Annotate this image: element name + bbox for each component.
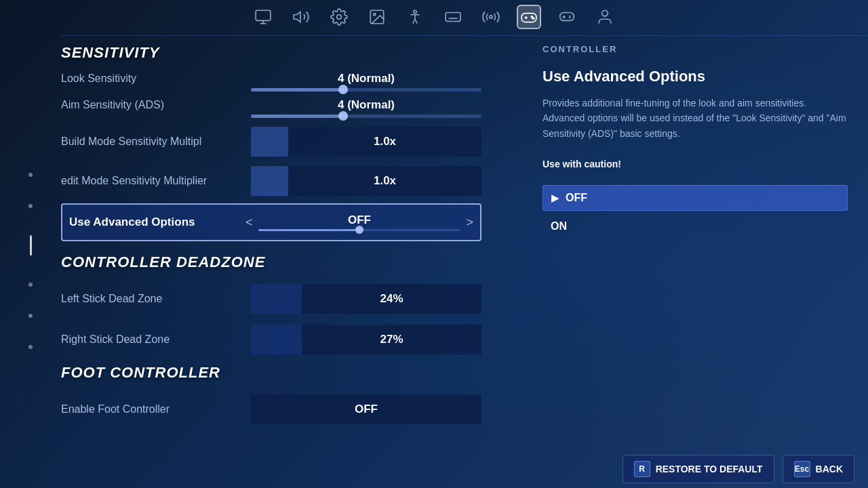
build-mode-value: 1.0x [288, 127, 481, 157]
nav-network[interactable] [479, 5, 503, 29]
option-off-arrow: ▶ [551, 192, 559, 203]
advanced-options-value-area: OFF [258, 214, 461, 231]
build-mode-label: Build Mode Sensitivity Multipl [61, 136, 251, 148]
nav-gamepad[interactable] [555, 5, 579, 29]
advanced-options-left-arrow[interactable]: < [245, 216, 253, 230]
svg-rect-0 [256, 10, 271, 20]
nav-account[interactable] [593, 5, 617, 29]
nav-audio[interactable] [289, 5, 313, 29]
svg-marker-3 [294, 12, 300, 22]
enable-foot-controller-value: OFF [251, 394, 481, 424]
look-sensitivity-value: 4 (Normal) [251, 72, 481, 85]
deadzone-header: CONTROLLER DEADZONE [61, 253, 481, 271]
main-content: SENSITIVITY Look Sensitivity 4 (Normal) … [61, 37, 481, 447]
foot-controller-header: FOOT CONTROLLER [61, 364, 481, 382]
right-panel-desc-text: Provides additional fine-tuning of the l… [542, 98, 846, 139]
svg-point-6 [374, 14, 376, 16]
enable-foot-controller-row: Enable Foot Controller OFF [61, 392, 481, 427]
svg-rect-8 [446, 13, 460, 22]
left-stick-deadzone-row: Left Stick Dead Zone 24% [61, 281, 481, 317]
option-off[interactable]: ▶ OFF [542, 185, 848, 211]
aim-sensitivity-row: Aim Sensitivity (ADS) 4 (Normal) [61, 98, 481, 118]
build-mode-bar [251, 127, 288, 157]
aim-sensitivity-value: 4 (Normal) [251, 98, 481, 112]
edit-mode-bar [251, 166, 288, 196]
back-label: BACK [816, 464, 843, 474]
right-stick-deadzone-bar [251, 325, 302, 354]
svg-point-4 [337, 15, 342, 20]
sidebar-dot-4 [28, 314, 33, 318]
back-icon: Esc [794, 461, 810, 477]
advanced-options-slider [258, 229, 461, 231]
right-panel: CONTROLLER Use Advanced Options Provides… [522, 37, 868, 249]
sidebar-dot-1 [28, 173, 33, 177]
right-stick-deadzone-row: Right Stick Dead Zone 27% [61, 322, 481, 357]
advanced-options-label: Use Advanced Options [69, 216, 245, 229]
sidebar-line [30, 235, 32, 256]
advanced-slider-thumb [355, 226, 363, 234]
right-panel-heading: Use Advanced Options [542, 68, 848, 85]
nav-display[interactable] [365, 5, 389, 29]
back-button[interactable]: Esc BACK [783, 455, 854, 483]
left-sidebar [0, 34, 61, 488]
edit-mode-row: edit Mode Sensitivity Multiplier 1.0x [61, 164, 481, 198]
right-stick-deadzone-value: 27% [302, 325, 481, 354]
nav-controller[interactable] [517, 5, 541, 29]
restore-label: RESTORE TO DEFAULT [656, 464, 763, 474]
options-list: ▶ OFF ON [542, 185, 848, 239]
svg-point-20 [602, 10, 608, 16]
look-sensitivity-label: Look Sensitivity [61, 73, 251, 85]
option-on-label: ON [551, 220, 567, 232]
option-on[interactable]: ON [542, 214, 848, 239]
right-panel-description: Provides additional fine-tuning of the l… [542, 96, 848, 171]
sensitivity-header: SENSITIVITY [61, 44, 481, 62]
svg-point-14 [490, 16, 492, 18]
right-panel-caution: Use with caution! [542, 159, 621, 169]
sidebar-dot-5 [28, 345, 33, 349]
svg-point-19 [532, 18, 534, 19]
use-advanced-options-row[interactable]: Use Advanced Options < OFF > [61, 203, 481, 241]
bottom-bar: R RESTORE TO DEFAULT Esc BACK [0, 450, 868, 488]
top-nav [0, 0, 868, 34]
advanced-options-right-arrow[interactable]: > [466, 216, 473, 230]
edit-mode-label: edit Mode Sensitivity Multiplier [61, 175, 251, 187]
aim-sensitivity-label: Aim Sensitivity (ADS) [61, 99, 251, 111]
sidebar-dot-2 [28, 204, 33, 208]
nav-settings[interactable] [327, 5, 351, 29]
restore-icon: R [634, 461, 650, 477]
option-off-label: OFF [566, 192, 587, 204]
svg-point-7 [414, 10, 416, 13]
nav-keyboard[interactable] [441, 5, 465, 29]
look-sensitivity-row: Look Sensitivity 4 (Normal) [61, 72, 481, 92]
nav-divider [61, 35, 868, 36]
left-stick-deadzone-bar [251, 284, 302, 314]
advanced-options-value: OFF [348, 214, 371, 227]
svg-point-18 [531, 16, 532, 18]
nav-monitor[interactable] [251, 5, 275, 29]
build-mode-row: Build Mode Sensitivity Multipl 1.0x [61, 125, 481, 159]
sidebar-dot-3 [28, 283, 33, 287]
advanced-slider-fill [258, 229, 359, 231]
right-panel-section-title: CONTROLLER [542, 44, 848, 54]
left-stick-deadzone-label: Left Stick Dead Zone [61, 293, 251, 305]
restore-default-button[interactable]: R RESTORE TO DEFAULT [623, 455, 774, 483]
left-stick-deadzone-value: 24% [302, 284, 481, 314]
right-stick-deadzone-label: Right Stick Dead Zone [61, 333, 251, 346]
nav-accessibility[interactable] [403, 5, 427, 29]
enable-foot-controller-label: Enable Foot Controller [61, 403, 251, 415]
edit-mode-value: 1.0x [288, 166, 481, 196]
